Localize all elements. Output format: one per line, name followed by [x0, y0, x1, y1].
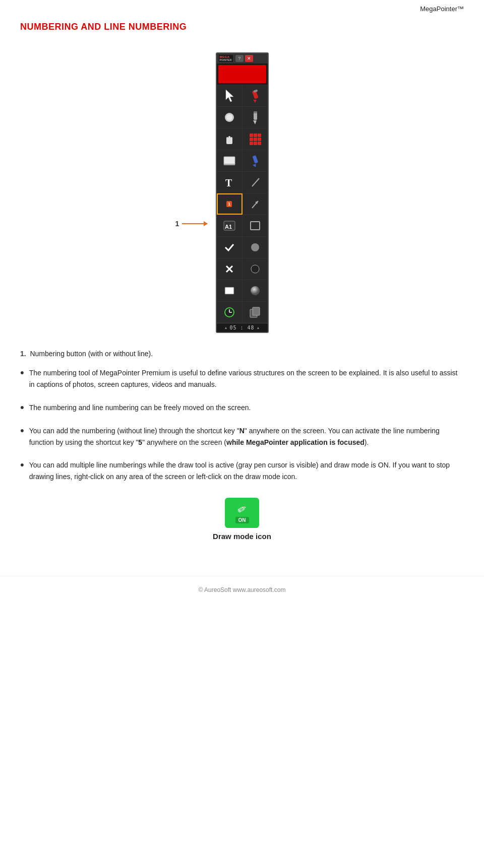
bullet-text-3: You can add the numbering (without line)… — [29, 425, 464, 448]
toolbar-wrapper: 1 MEGA POINTER ? ✕ — [216, 52, 269, 333]
bullet-dot-3: • — [20, 424, 24, 437]
tool-row-x-blackcircle — [217, 258, 268, 280]
line-tool[interactable] — [243, 172, 268, 193]
on-label: ON — [235, 517, 249, 523]
pen-icon: ✏ — [235, 501, 250, 517]
arrow-tool[interactable] — [243, 193, 268, 215]
black-circle-tool[interactable] — [243, 258, 268, 280]
bullet-dot-2: • — [20, 401, 24, 414]
svg-rect-8 — [254, 111, 257, 113]
sphere-tool[interactable] — [243, 280, 268, 301]
tool-row-text-line: T — [217, 171, 268, 193]
color-row — [217, 63, 268, 85]
a1-tool[interactable]: A1 — [217, 215, 243, 236]
annotation-line — [182, 223, 207, 224]
focus-note: while MegaPointer application is focused — [226, 438, 365, 446]
timer-down-btn[interactable]: ▲ — [257, 326, 260, 329]
page-header: MegaPointer™ — [0, 0, 484, 13]
numbering-tool[interactable]: 1 — [217, 193, 243, 215]
check-tool[interactable] — [217, 237, 243, 258]
draw-mode-icon[interactable]: ✏ ON — [225, 498, 259, 528]
tool-row-cursor-pen — [217, 85, 268, 106]
close-button[interactable]: ✕ — [245, 55, 253, 62]
svg-point-33 — [251, 243, 259, 251]
svg-rect-22 — [224, 157, 235, 165]
svg-rect-17 — [254, 138, 257, 141]
laser-tool[interactable] — [243, 107, 268, 128]
svg-rect-20 — [254, 142, 257, 145]
shortcut-n: N — [239, 427, 245, 435]
svg-rect-15 — [258, 133, 261, 137]
svg-rect-32 — [251, 222, 260, 230]
white-box-tool[interactable] — [217, 280, 243, 301]
bullet-dot-4: • — [20, 458, 24, 472]
svg-rect-12 — [226, 141, 232, 144]
tool-row-check-circle — [217, 236, 268, 258]
svg-marker-7 — [253, 120, 257, 124]
svg-marker-2 — [253, 100, 257, 103]
help-button[interactable]: ? — [235, 55, 244, 62]
footer-text: © AureoSoft www.aureosoft.com — [199, 586, 286, 593]
blue-pen-tool[interactable] — [243, 150, 268, 171]
clock-tool[interactable] — [217, 302, 243, 323]
svg-rect-6 — [254, 112, 257, 120]
draw-mode-section: ✏ ON Draw mode icon — [20, 498, 464, 541]
timer-up-btn[interactable]: ▲ — [224, 326, 227, 329]
bullet-dot-1: • — [20, 366, 24, 379]
bullet-text-2: The numbering and line numbering can be … — [29, 402, 464, 414]
numbering-badge: 1 — [226, 201, 232, 207]
draw-mode-caption: Draw mode icon — [213, 532, 271, 541]
svg-text:T: T — [225, 177, 232, 188]
rect-tool[interactable] — [243, 215, 268, 236]
svg-rect-19 — [250, 142, 253, 145]
timer-row: ▲ 05 : 48 ▲ — [217, 323, 268, 332]
svg-marker-0 — [226, 90, 233, 102]
svg-rect-21 — [258, 142, 261, 145]
svg-rect-43 — [253, 307, 260, 315]
text-tool[interactable]: T — [217, 172, 243, 193]
annotation-text: Numbering button (with or without line). — [30, 350, 153, 358]
logo-pointer: POINTER — [219, 59, 233, 62]
hand-tool[interactable] — [217, 128, 243, 150]
tool-row-numbering-arrow: 1 — [217, 193, 268, 215]
svg-marker-25 — [253, 164, 257, 168]
megapointer-toolbar: MEGA POINTER ? ✕ — [216, 52, 269, 333]
color-swatch[interactable] — [218, 65, 266, 83]
svg-rect-16 — [250, 138, 253, 141]
bullet-text-4: You can add multiple line numberings whi… — [29, 459, 464, 483]
page-footer: © AureoSoft www.aureosoft.com — [0, 576, 484, 604]
bullet-1: • The numbering tool of MegaPointer Prem… — [20, 367, 464, 390]
bullet-2: • The numbering and line numbering can b… — [20, 402, 464, 414]
svg-rect-18 — [258, 138, 261, 141]
svg-rect-37 — [225, 287, 234, 294]
spotlight-tool[interactable] — [217, 107, 243, 128]
timer-display: 05 : 48 — [229, 325, 254, 330]
gray-circle-tool[interactable] — [243, 237, 268, 258]
svg-point-36 — [251, 265, 259, 273]
x-tool[interactable] — [217, 258, 243, 280]
grid-tool[interactable] — [243, 128, 268, 150]
copy-tool[interactable] — [243, 302, 268, 323]
pen-tool[interactable] — [243, 85, 268, 106]
page-title: NUMBERING AND LINE NUMBERING — [0, 13, 484, 32]
bullet-3: • You can add the numbering (without lin… — [20, 425, 464, 448]
bullet-4: • You can add multiple line numberings w… — [20, 459, 464, 483]
annotation-num: 1. — [20, 350, 26, 358]
shortcut-5: 5 — [138, 438, 142, 446]
svg-rect-13 — [250, 133, 253, 137]
svg-text:A1: A1 — [225, 224, 232, 230]
annotation-number: 1 — [175, 220, 179, 228]
svg-rect-23 — [224, 164, 235, 165]
toolbar-container: 1 MEGA POINTER ? ✕ — [20, 52, 464, 333]
svg-point-5 — [226, 114, 232, 120]
tool-row-spotlight-laser — [217, 106, 268, 128]
bullet-text-1: The numbering tool of MegaPointer Premiu… — [29, 367, 464, 390]
whiteboard-tool[interactable] — [217, 150, 243, 171]
svg-line-27 — [252, 178, 259, 186]
arrow-body — [182, 223, 207, 224]
annotation-arrow: 1 — [175, 220, 208, 228]
tool-row-whitebox-sphere — [217, 280, 268, 301]
cursor-tool[interactable] — [217, 85, 243, 106]
main-content: 1 MEGA POINTER ? ✕ — [0, 32, 484, 561]
brand-name: MegaPointer™ — [420, 5, 464, 13]
